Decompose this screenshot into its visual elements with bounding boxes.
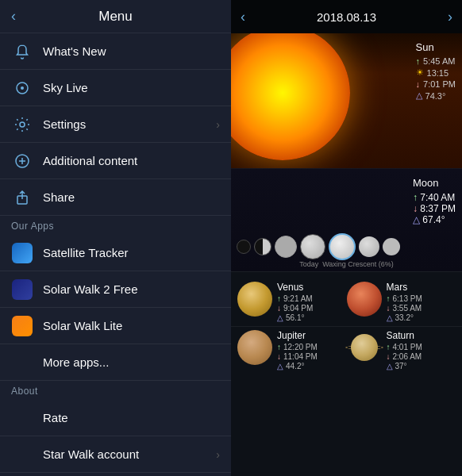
venus-altitude-row: △ 56.1° (277, 313, 313, 322)
jupiter-rise-icon: ↑ (277, 343, 281, 351)
venus-rise-icon: ↑ (277, 294, 281, 303)
menu-item-star-walk-account[interactable]: Star Walk account › (0, 436, 231, 473)
jupiter-altitude: 44.2° (286, 362, 304, 370)
saturn-rise: 4:01 PM (393, 343, 422, 351)
sun-altitude-icon: △ (416, 90, 422, 101)
planets-row-1: Venus ↑ 9:21 AM ↓ 9:04 PM △ 56.1° (231, 272, 462, 381)
saturn-name: Saturn (387, 330, 422, 341)
solar-walk-2-icon (11, 278, 33, 301)
sun-set-time: 7:01 PM (423, 79, 456, 89)
saturn-data: Saturn ↑ 4:01 PM ↓ 2:06 AM △ 37° (387, 330, 422, 371)
whats-new-label: What's New (43, 44, 106, 58)
venus-set: 9:04 PM (283, 304, 313, 313)
jupiter-image (237, 330, 272, 365)
venus-altitude: 56.1° (286, 313, 304, 322)
menu-title: Menu (98, 9, 133, 25)
sun-transit-row: ☀ 13:15 (416, 67, 456, 78)
rate-icon (11, 407, 33, 429)
jupiter-name: Jupiter (277, 330, 318, 341)
moon-section: Moon ↑ 7:40 AM ↓ 8:37 PM △ 67.4° Today W… (231, 168, 462, 271)
share-label: Share (43, 190, 75, 204)
svg-point-1 (21, 86, 24, 90)
jupiter-rise: 12:20 PM (283, 343, 318, 351)
sun-rise-row: ↑ 5:45 AM (416, 56, 456, 66)
jupiter-set-row: ↓ 11:04 PM (277, 352, 318, 361)
jupiter-set-icon: ↓ (277, 352, 281, 361)
mars-item: Mars ↑ 6:13 PM ↓ 3:55 AM △ 33.2° (347, 282, 456, 323)
moon-phase-7 (383, 238, 400, 255)
satellite-tracker-icon (11, 242, 33, 264)
menu-item-additional-content[interactable]: Additional content (0, 143, 231, 179)
sunset-arrow-icon: ↓ (416, 79, 421, 89)
menu-item-solar-walk-lite[interactable]: Solar Walk Lite (0, 308, 231, 344)
venus-item: Venus ↑ 9:21 AM ↓ 9:04 PM △ 56.1° (237, 282, 347, 323)
planet-row-1: Venus ↑ 9:21 AM ↓ 9:04 PM △ 56.1° (231, 278, 462, 326)
date-display: 2018.08.13 (317, 10, 376, 24)
share-icon (11, 186, 33, 209)
more-apps-label: More apps... (43, 355, 109, 369)
menu-item-satellite-tracker[interactable]: Satellite Tracker (0, 235, 231, 271)
menu-item-whats-new[interactable]: What's New (0, 33, 231, 70)
saturn-altitude: 37° (395, 362, 407, 370)
moon-altitude-row: △ 67.4° (413, 214, 456, 225)
gear-icon (11, 113, 33, 136)
bell-icon (11, 40, 33, 63)
moon-info: Moon ↑ 7:40 AM ↓ 8:37 PM △ 67.4° (413, 177, 456, 225)
account-chevron: › (216, 448, 220, 461)
moon-phase-label: Today Waxing Crescent (6%) (299, 260, 394, 268)
saturn-rise-icon: ↑ (387, 343, 391, 351)
mars-image (347, 282, 382, 317)
moon-set-row: ↓ 8:37 PM (413, 203, 456, 214)
satellite-tracker-label: Satellite Tracker (43, 246, 129, 259)
moon-name: Moon (413, 177, 456, 189)
menu-list: What's New Sky Live Settings › (0, 33, 231, 476)
more-apps-icon (11, 351, 33, 374)
mars-rise: 6:13 PM (393, 294, 422, 303)
saturn-image (347, 330, 382, 365)
svg-point-2 (20, 122, 25, 127)
left-panel: ‹ Menu What's New Sky Live (0, 0, 231, 476)
mars-rise-row: ↑ 6:13 PM (387, 294, 422, 303)
additional-content-label: Additional content (43, 154, 137, 167)
sky-content: Sun ↑ 5:45 AM ☀ 13:15 ↓ 7:01 PM △ 74.3° (231, 33, 462, 476)
moon-phases (235, 233, 402, 260)
settings-chevron: › (216, 118, 220, 131)
menu-item-subscribe[interactable]: Subscribe › (0, 473, 231, 476)
sun-name: Sun (416, 41, 456, 53)
sun-image (231, 33, 350, 160)
menu-item-sky-live[interactable]: Sky Live (0, 70, 231, 106)
saturn-set: 2:06 AM (393, 352, 422, 361)
solar-walk-2-label: Solar Walk 2 Free (43, 282, 137, 296)
venus-rise: 9:21 AM (283, 294, 313, 303)
venus-data: Venus ↑ 9:21 AM ↓ 9:04 PM △ 56.1° (277, 282, 313, 323)
right-header: ‹ 2018.08.13 › (231, 0, 462, 33)
prev-date-button[interactable]: ‹ (241, 9, 245, 25)
plus-circle-icon (11, 150, 33, 172)
menu-item-solar-walk-2[interactable]: Solar Walk 2 Free (0, 271, 231, 308)
venus-set-icon: ↓ (277, 304, 281, 313)
moon-phase-1 (237, 240, 251, 254)
menu-item-share[interactable]: Share (0, 179, 231, 216)
mars-set-row: ↓ 3:55 AM (387, 304, 422, 313)
back-arrow[interactable]: ‹ (11, 8, 16, 25)
solar-walk-lite-label: Solar Walk Lite (43, 319, 122, 332)
account-icon (11, 443, 33, 466)
sunrise-arrow-icon: ↑ (416, 56, 421, 66)
jupiter-data: Jupiter ↑ 12:20 PM ↓ 11:04 PM △ 44.2° (277, 330, 318, 371)
jupiter-altitude-icon: △ (277, 362, 283, 370)
saturn-set-icon: ↓ (387, 352, 391, 361)
moon-rise-row: ↑ 7:40 AM (413, 192, 456, 203)
menu-item-settings[interactable]: Settings › (0, 106, 231, 143)
settings-label: Settings (43, 117, 86, 131)
next-date-button[interactable]: › (448, 9, 452, 25)
jupiter-rise-row: ↑ 12:20 PM (277, 343, 318, 351)
sun-transit-time: 13:15 (427, 68, 449, 78)
sun-info: Sun ↑ 5:45 AM ☀ 13:15 ↓ 7:01 PM △ 74.3° (416, 41, 456, 102)
jupiter-set: 11:04 PM (283, 352, 318, 361)
menu-item-more-apps[interactable]: More apps... (0, 344, 231, 381)
rate-label: Rate (43, 411, 68, 424)
menu-item-rate[interactable]: Rate (0, 400, 231, 436)
sun-altitude: 74.3° (425, 91, 446, 101)
moon-phase-3 (275, 236, 297, 258)
mars-altitude-icon: △ (387, 313, 393, 322)
